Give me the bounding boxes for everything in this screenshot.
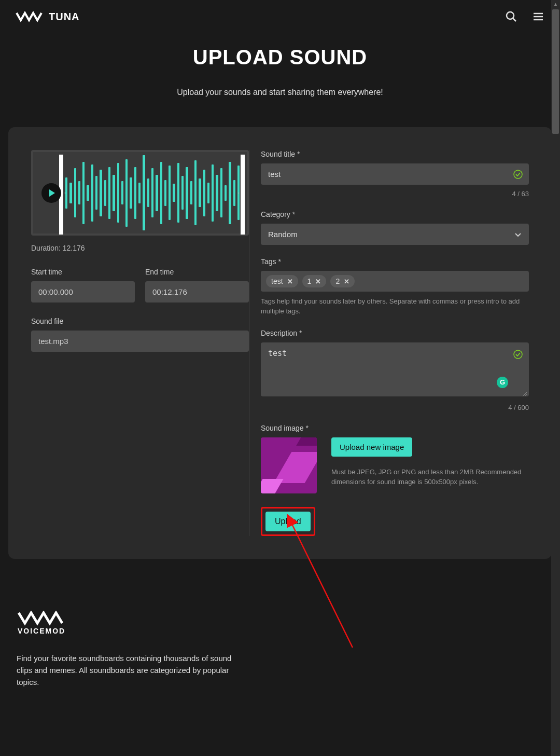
upload-highlight: Upload (261, 507, 315, 536)
column-divider (249, 150, 249, 536)
sound-title-input[interactable] (261, 163, 529, 185)
waveform-bar (199, 178, 201, 207)
tag-label: test (271, 277, 283, 285)
description-label: Description * (261, 329, 529, 337)
waveform-bar (113, 175, 115, 211)
waveform-bar (104, 180, 106, 206)
page-subtitle: Upload your sounds and start sharing the… (0, 88, 560, 97)
tags-input[interactable]: test✕1✕2✕ (261, 271, 529, 292)
waveform-bar (82, 162, 85, 224)
category-label: Category * (261, 210, 529, 218)
waveform-bar (229, 162, 231, 224)
scroll-thumb[interactable] (552, 9, 559, 134)
waveform-bar (74, 168, 76, 217)
search-icon[interactable] (505, 10, 517, 23)
end-time-label: End time (145, 268, 249, 276)
play-icon (49, 189, 55, 197)
tags-help: Tags help find your sounds later by othe… (261, 297, 529, 317)
grammarly-icon[interactable]: G (497, 377, 508, 388)
waveform-container: › ‹ (31, 150, 249, 236)
check-icon (513, 350, 523, 359)
footer: VOICEMOD Find your favorite soundboards … (0, 559, 560, 709)
waveform-bar (143, 155, 145, 230)
svg-text:VOICEMOD: VOICEMOD (18, 627, 65, 635)
title-counter: 4 / 63 (261, 190, 529, 198)
upload-new-image-button[interactable]: Upload new image (331, 437, 412, 457)
waveform-bar (212, 164, 214, 222)
svg-point-6 (514, 350, 522, 359)
scroll-up-icon: ▲ (553, 2, 558, 7)
waveform-bar (78, 181, 80, 204)
svg-line-7 (523, 392, 527, 396)
duration-label: Duration: 12.176 (31, 244, 249, 252)
resize-handle-icon (522, 391, 527, 396)
check-icon (513, 170, 523, 179)
tag-chip: 1✕ (302, 275, 327, 287)
page-title: UPLOAD SOUND (0, 46, 560, 69)
waveform-bar (151, 168, 153, 217)
start-time-label: Start time (31, 268, 135, 276)
waveform-bar (108, 167, 110, 219)
end-time-input[interactable] (145, 281, 249, 303)
tags-label: Tags * (261, 257, 529, 266)
sound-image-thumbnail[interactable] (261, 437, 317, 493)
header: TUNA (0, 0, 560, 33)
waveform-bar (216, 175, 218, 211)
description-counter: 4 / 600 (261, 404, 529, 411)
sound-image-label: Sound image * (261, 424, 529, 432)
waveform-bar (190, 181, 192, 204)
logo[interactable]: TUNA (16, 11, 80, 23)
tag-chip: 2✕ (330, 275, 355, 287)
waveform-bar (121, 181, 123, 204)
sound-title-label: Sound title * (261, 150, 529, 158)
waveform-bar (194, 160, 197, 225)
waveform-bar (87, 185, 89, 201)
waveform-bar (207, 183, 209, 203)
right-column: Sound title * 4 / 63 Category * Random T… (261, 150, 529, 536)
waveform-bar (125, 159, 128, 227)
waveform-bar (164, 180, 166, 206)
play-button[interactable] (41, 183, 61, 203)
waveform-bar (91, 164, 93, 222)
waveform-bar (100, 170, 102, 216)
tag-chip: test✕ (266, 275, 298, 287)
tag-remove-icon[interactable]: ✕ (344, 278, 349, 285)
tag-remove-icon[interactable]: ✕ (287, 278, 293, 285)
sound-file-label: Sound file (31, 317, 249, 325)
waveform-bar (173, 184, 175, 202)
sound-file-input[interactable] (31, 331, 249, 352)
description-textarea[interactable] (261, 342, 529, 396)
waveform-bar (95, 176, 97, 210)
menu-icon[interactable] (532, 10, 544, 23)
waveform-bar (156, 175, 158, 211)
waveform-bar (69, 183, 72, 203)
start-time-input[interactable] (31, 281, 135, 303)
waveform-bar (130, 177, 132, 209)
waveform-bar (181, 176, 184, 210)
tag-label: 2 (335, 277, 340, 285)
waveform-bar (177, 163, 179, 223)
waveform-bar (147, 178, 149, 207)
chevron-down-icon (514, 231, 522, 238)
tag-label: 1 (307, 277, 312, 285)
waveform-bar (117, 163, 119, 223)
category-select[interactable]: Random (261, 224, 529, 245)
brand-text: TUNA (49, 11, 80, 23)
svg-point-5 (514, 170, 522, 178)
svg-point-0 (507, 12, 514, 19)
trim-handle-right[interactable] (241, 155, 245, 235)
waveform[interactable] (65, 152, 240, 233)
waveform-bar (169, 166, 171, 220)
tag-remove-icon[interactable]: ✕ (315, 278, 321, 285)
left-column: › ‹ Duration: 12.176 Start time End time… (31, 150, 249, 536)
scrollbar[interactable]: ▲ (551, 0, 560, 756)
image-help: Must be JPEG, JPG or PNG and less than 2… (331, 467, 529, 487)
waveform-bar (233, 180, 235, 206)
waveform-bar (203, 170, 205, 216)
waveform-bar (160, 162, 162, 224)
waveform-bar (65, 177, 67, 209)
footer-logo[interactable]: VOICEMOD (17, 611, 543, 638)
upload-button[interactable]: Upload (265, 512, 311, 531)
waveform-bar (225, 185, 227, 201)
header-actions (505, 10, 544, 23)
